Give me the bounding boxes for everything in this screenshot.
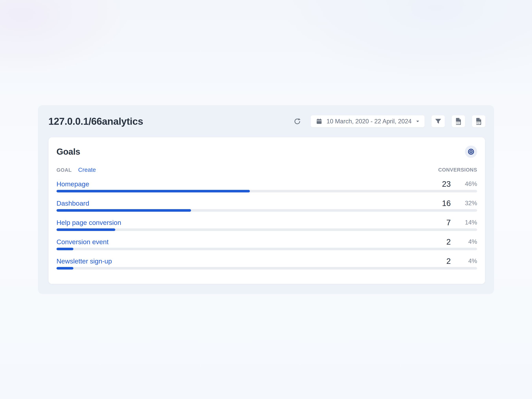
date-range-picker[interactable]: 10 March, 2020 - 22 April, 2024 <box>311 115 424 127</box>
goal-row: Conversion event 2 4% <box>57 237 477 250</box>
toolbar: 10 March, 2020 - 22 April, 2024 <box>292 115 485 127</box>
goal-link[interactable]: Newsletter sign-up <box>57 257 112 265</box>
bullseye-icon <box>468 148 475 155</box>
conversions-percent: 4% <box>451 238 477 245</box>
progress-fill <box>57 228 115 231</box>
goal-link[interactable]: Help page conversion <box>57 219 121 227</box>
goal-column-header: GOAL <box>57 167 72 173</box>
progress-track <box>57 248 477 250</box>
pdf-label: PDF <box>476 122 480 124</box>
csv-label: CSV <box>456 122 460 124</box>
filter-icon <box>435 118 442 125</box>
conversions-value: 16 <box>429 199 451 208</box>
page-title: 127.0.0.1/66analytics <box>48 116 143 127</box>
filter-button[interactable] <box>431 115 445 127</box>
conversions-column-header: CONVERSIONS <box>438 167 477 173</box>
progress-track <box>57 267 477 270</box>
conversions-percent: 14% <box>451 219 477 226</box>
file-csv-icon: CSV <box>454 117 462 126</box>
panel-header: 127.0.0.1/66analytics <box>38 105 494 137</box>
export-pdf-button[interactable]: PDF <box>472 115 485 127</box>
progress-fill <box>57 267 73 270</box>
progress-fill <box>57 190 250 192</box>
chevron-down-icon <box>416 120 419 123</box>
progress-fill <box>57 209 191 212</box>
create-goal-link[interactable]: Create <box>78 166 96 173</box>
progress-track <box>57 209 477 212</box>
conversions-value: 2 <box>429 237 451 246</box>
goal-row: Homepage 23 46% <box>57 180 477 192</box>
file-pdf-icon: PDF <box>475 117 483 126</box>
conversions-value: 2 <box>429 257 451 266</box>
calendar-icon <box>316 118 323 125</box>
refresh-button[interactable] <box>292 117 302 126</box>
goals-target-button[interactable] <box>465 146 477 158</box>
goal-row: Newsletter sign-up 2 4% <box>57 257 477 270</box>
progress-track <box>57 228 477 231</box>
conversions-percent: 46% <box>451 180 477 188</box>
goals-card: Goals GOAL Create CONVERSIONS Home <box>49 137 485 284</box>
analytics-panel: 127.0.0.1/66analytics <box>38 105 494 294</box>
goal-row: Help page conversion 7 14% <box>57 218 477 231</box>
goal-column-header-group: GOAL Create <box>57 166 96 173</box>
goals-table-header: GOAL Create CONVERSIONS <box>57 166 477 173</box>
goals-card-header: Goals <box>57 146 477 158</box>
conversions-value: 7 <box>429 218 451 227</box>
goal-link[interactable]: Homepage <box>57 180 89 188</box>
progress-fill <box>57 248 73 250</box>
refresh-icon <box>293 117 301 125</box>
progress-track <box>57 190 477 192</box>
goal-link[interactable]: Dashboard <box>57 200 89 207</box>
conversions-percent: 32% <box>451 200 477 207</box>
goal-row: Dashboard 16 32% <box>57 199 477 212</box>
card-title: Goals <box>57 147 80 157</box>
export-csv-button[interactable]: CSV <box>452 115 465 127</box>
goal-link[interactable]: Conversion event <box>57 238 109 246</box>
conversions-percent: 4% <box>451 258 477 265</box>
date-range-label: 10 March, 2020 - 22 April, 2024 <box>326 118 412 125</box>
conversions-value: 23 <box>429 180 451 189</box>
